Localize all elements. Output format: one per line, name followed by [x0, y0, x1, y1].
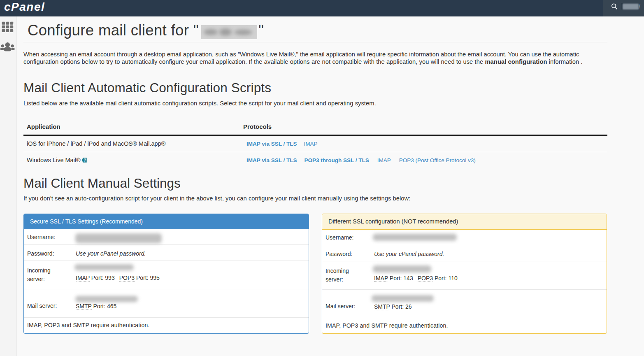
svg-text:?: ?	[84, 158, 86, 162]
